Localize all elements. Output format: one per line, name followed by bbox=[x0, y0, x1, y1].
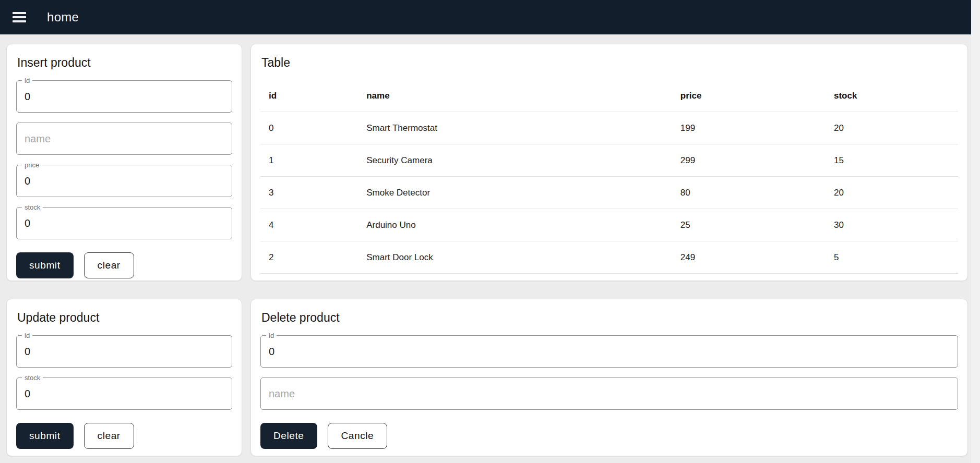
delete-id-label: id bbox=[266, 331, 277, 340]
update-product-title: Update product bbox=[17, 311, 232, 325]
cell-name: Smart Door Lock bbox=[358, 241, 672, 274]
cell-id: 4 bbox=[260, 209, 358, 241]
insert-product-card: Insert product id price stock submit cle… bbox=[6, 44, 242, 281]
insert-price-label: price bbox=[22, 161, 42, 169]
table-row: 3 Smoke Detector 80 20 bbox=[260, 177, 958, 209]
cell-id: 1 bbox=[260, 144, 358, 177]
insert-submit-button[interactable]: submit bbox=[16, 252, 74, 278]
cell-price: 80 bbox=[672, 177, 826, 209]
delete-id-field: id bbox=[260, 335, 958, 368]
update-submit-button[interactable]: submit bbox=[16, 423, 74, 449]
update-stock-field: stock bbox=[16, 377, 232, 410]
table-card: Table id name price stock 0 Smart Thermo… bbox=[250, 44, 968, 281]
top-navbar: home bbox=[0, 0, 971, 34]
cell-stock: 20 bbox=[826, 112, 958, 144]
insert-product-title: Insert product bbox=[17, 56, 232, 70]
cell-name: Smoke Detector bbox=[358, 177, 672, 209]
delete-button[interactable]: Delete bbox=[260, 423, 317, 449]
cell-price: 299 bbox=[672, 144, 826, 177]
insert-id-label: id bbox=[22, 76, 32, 85]
table-title: Table bbox=[261, 56, 958, 70]
delete-name-input[interactable] bbox=[269, 388, 950, 400]
delete-buttons: Delete Cancle bbox=[260, 423, 958, 449]
table-row: 2 Smart Door Lock 249 5 bbox=[260, 241, 958, 274]
page-title: home bbox=[47, 10, 79, 25]
update-id-label: id bbox=[22, 331, 32, 340]
update-buttons: submit clear bbox=[16, 423, 232, 449]
cell-stock: 30 bbox=[826, 209, 958, 241]
column-header-id: id bbox=[260, 80, 358, 112]
delete-product-card: Delete product id Delete Cancle bbox=[250, 299, 968, 456]
cell-stock: 5 bbox=[826, 241, 958, 274]
cell-price: 25 bbox=[672, 209, 826, 241]
menu-icon[interactable] bbox=[13, 12, 26, 22]
insert-stock-input[interactable] bbox=[25, 217, 224, 229]
scrollbar[interactable] bbox=[971, 0, 980, 463]
update-stock-label: stock bbox=[22, 373, 43, 382]
cell-stock: 20 bbox=[826, 177, 958, 209]
column-header-name: name bbox=[358, 80, 672, 112]
cell-name: Smart Thermostat bbox=[358, 112, 672, 144]
main-content: Insert product id price stock submit cle… bbox=[0, 34, 980, 463]
insert-name-field bbox=[16, 123, 232, 155]
insert-price-input[interactable] bbox=[25, 175, 224, 187]
cancel-button[interactable]: Cancle bbox=[328, 423, 388, 449]
table-row: 4 Arduino Uno 25 30 bbox=[260, 209, 958, 241]
cell-name: Arduino Uno bbox=[358, 209, 672, 241]
insert-id-input[interactable] bbox=[25, 91, 224, 103]
insert-price-field: price bbox=[16, 165, 232, 197]
update-id-input[interactable] bbox=[25, 346, 224, 358]
insert-id-field: id bbox=[16, 80, 232, 113]
cell-stock: 15 bbox=[826, 144, 958, 177]
table-header-row: id name price stock bbox=[260, 80, 958, 112]
insert-name-input[interactable] bbox=[25, 133, 224, 145]
cell-price: 249 bbox=[672, 241, 826, 274]
cell-name: Security Camera bbox=[358, 144, 672, 177]
column-header-price: price bbox=[672, 80, 826, 112]
column-header-stock: stock bbox=[826, 80, 958, 112]
cell-id: 2 bbox=[260, 241, 358, 274]
insert-stock-label: stock bbox=[22, 203, 43, 212]
update-clear-button[interactable]: clear bbox=[84, 423, 134, 449]
cell-id: 3 bbox=[260, 177, 358, 209]
table-row: 0 Smart Thermostat 199 20 bbox=[260, 112, 958, 144]
update-product-card: Update product id stock submit clear bbox=[6, 299, 242, 456]
update-stock-input[interactable] bbox=[25, 388, 224, 400]
table-row: 1 Security Camera 299 15 bbox=[260, 144, 958, 177]
delete-name-field bbox=[260, 377, 958, 410]
products-table: id name price stock 0 Smart Thermostat 1… bbox=[260, 80, 958, 274]
cell-price: 199 bbox=[672, 112, 826, 144]
cell-id: 0 bbox=[260, 112, 358, 144]
delete-product-title: Delete product bbox=[261, 311, 958, 325]
insert-buttons: submit clear bbox=[16, 252, 232, 278]
delete-id-input[interactable] bbox=[269, 346, 950, 358]
update-id-field: id bbox=[16, 335, 232, 368]
insert-stock-field: stock bbox=[16, 207, 232, 239]
insert-clear-button[interactable]: clear bbox=[84, 252, 134, 278]
